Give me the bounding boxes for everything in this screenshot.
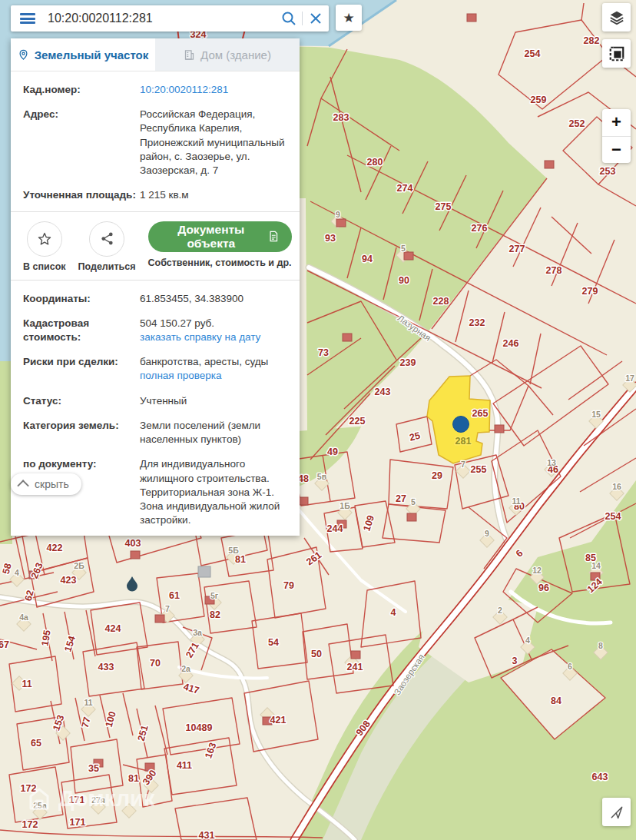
measure-icon [608,45,625,62]
parcel-number: 279 [582,286,598,297]
parcel-number: 4 [391,607,396,618]
building-gray [198,566,210,577]
search-input[interactable] [46,11,276,26]
top-fields: Кад.номер: 10:20:0020112:281 Адрес: Росс… [11,71,300,211]
parcel-number: 277 [509,244,525,254]
parcel-number: 172 [22,819,38,830]
field-risks: Риски при сделки: банкротства, аресты, с… [11,350,300,388]
parcel-number: 411 [177,760,192,771]
house-number: 9 [485,529,489,538]
share-button[interactable]: Поделиться [78,221,136,272]
house-number: 1Б [340,501,350,510]
layers-button[interactable] [602,3,631,32]
tab-land-parcel[interactable]: Земельный участок [11,38,155,71]
house-number: 16 [612,482,621,491]
parcel-number: 232 [469,317,485,328]
object-documents-button[interactable]: Документы объекта [148,221,292,252]
close-icon[interactable] [303,5,329,32]
parcel-number: 253 [600,166,616,177]
house-number: 9 [336,210,340,219]
favorites-button[interactable]: ★ [336,5,362,31]
measure-area-button[interactable] [602,39,631,68]
parcel-number: 244 [327,523,343,534]
documents-column: Документы объекта Собственник, стоимость… [148,221,292,268]
field-status: Статус: Учтенный [11,389,300,413]
building [404,252,413,260]
house-number: 27я [91,795,105,805]
parcel-number: 93 [325,233,336,244]
house-number: 17 [625,374,634,383]
building [336,219,346,227]
parcel-number: 96 [538,583,549,593]
parcel-number: 81 [128,773,139,784]
house-number: 15 [591,410,601,419]
parcel-number: 422 [47,543,63,553]
documents-caption: Собственник, стоимость и др. [148,257,292,268]
parcel-number: 82 [210,609,220,620]
search-bar [11,5,329,32]
tab-label: Дом (здание) [200,48,271,61]
house-number: 2 [498,606,502,615]
building [495,425,504,433]
parcel-number: 48 [298,473,309,484]
menu-button[interactable] [20,13,35,24]
parcel-number: 27 [396,493,406,504]
parcel-number: 252 [569,118,585,129]
zoom-out-button[interactable]: − [602,137,631,164]
field-address: Адрес: Российская Федерация, Республика … [11,102,300,183]
parcel-number: 433 [98,662,114,672]
house-number: 5Б [228,546,239,555]
my-location-button[interactable] [602,798,631,826]
field-cadastral-value: Кадастровая стоимость: 504 150.27 руб. з… [11,311,300,350]
house-number: 5 [401,244,406,253]
parcel-number: 79 [283,580,294,591]
parcel-number: 239 [400,357,416,368]
building [343,334,352,341]
navigation-arrow-icon [609,805,624,820]
parcel-number: 278 [546,265,562,276]
building [351,651,360,659]
building [299,497,308,505]
house-number: 4 [15,568,19,577]
full-check-link[interactable]: полная проверка [140,370,222,381]
object-tabs: Земельный участок Дом (здание) [11,38,300,71]
search-icon[interactable] [276,5,302,32]
actions-row: В список Поделиться Документы объекта Со… [11,212,300,280]
parcel-number: 10489 [186,722,213,733]
share-icon [100,231,114,246]
building [407,513,416,521]
cad-number-link[interactable]: 10:20:0020112:281 [140,83,289,97]
parcel-number: 282 [584,35,600,46]
field-coordinates: Координаты: 61.853455, 34.383900 [11,287,300,311]
parcel-number: 49 [327,447,338,457]
parcel-number: 11 [22,679,31,689]
location-dot[interactable] [453,417,469,433]
parcel-number: 643 [592,772,608,782]
parcel-number: 243 [375,387,391,397]
house-number: 5г [210,591,219,600]
add-to-list-button[interactable]: В список [23,221,66,272]
zoom-in-button[interactable]: + [602,109,631,137]
parcel-number: 171 [70,817,86,828]
house-number: 4 [525,636,530,645]
parcel-number: 172 [21,783,37,794]
parcel-number: 246 [503,338,519,349]
star-icon: ★ [343,10,354,26]
parcel-number: 81 [235,554,246,565]
chevron-up-icon [17,480,29,492]
house-number: 6 [568,662,572,671]
order-certificate-link[interactable]: заказать справку на дату [140,331,260,343]
field-land-category: Категория земель: Земли поселений (земли… [11,413,300,452]
parcel-number: 283 [333,112,349,123]
parcel-number: 254 [525,48,541,59]
parcel-number: 225 [349,416,366,427]
object-info-panel: Земельный участок Дом (здание) Кад.номер… [11,38,300,536]
parcel-number: 67 [0,639,9,650]
parcel-number: 265 [472,408,489,419]
building [545,161,554,168]
house-number: 25а [33,801,47,810]
hide-panel-button[interactable]: скрыть [11,473,81,495]
building [467,14,476,22]
tab-building[interactable]: Дом (здание) [155,38,300,71]
parcel-number: 228 [433,296,449,307]
